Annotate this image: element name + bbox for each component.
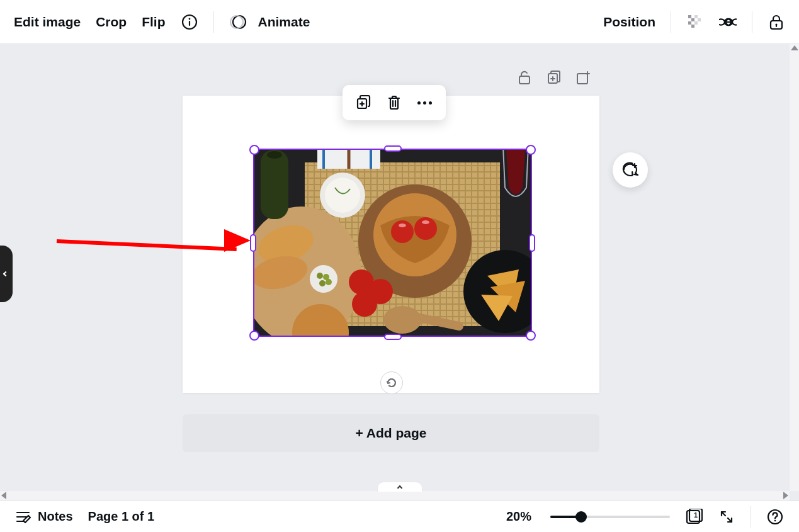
zoom-value[interactable]: 20% [506, 509, 531, 524]
link-icon[interactable] [719, 13, 737, 31]
resize-handle-bottom[interactable] [384, 334, 402, 340]
svg-rect-63 [390, 98, 398, 109]
svg-point-73 [774, 519, 776, 521]
comment-button[interactable] [613, 152, 648, 188]
canvas-area: + Add page [0, 44, 799, 501]
new-page-icon[interactable] [575, 69, 591, 86]
svg-rect-58 [261, 150, 288, 219]
zoom-slider-knob[interactable] [575, 511, 587, 523]
sidebar-expand-tab[interactable] [0, 246, 13, 302]
separator [213, 11, 214, 33]
resize-handle-right[interactable] [529, 234, 535, 252]
more-icon[interactable] [416, 94, 433, 111]
svg-rect-9 [694, 21, 698, 25]
duplicate-icon[interactable] [355, 94, 373, 111]
chevron-left-icon [3, 271, 8, 276]
edit-image-button[interactable]: Edit image [14, 14, 81, 30]
animate-icon[interactable] [229, 13, 247, 31]
grid-view-icon[interactable]: 1 [685, 508, 703, 526]
svg-point-38 [422, 220, 429, 224]
svg-point-1 [188, 18, 190, 20]
selected-image[interactable] [254, 150, 531, 336]
svg-point-59 [267, 151, 282, 159]
page-actions [517, 69, 591, 86]
top-toolbar: Edit image Crop Flip Animate Position [0, 0, 799, 44]
crop-button[interactable]: Crop [96, 14, 127, 30]
info-icon[interactable] [181, 13, 198, 31]
svg-point-43 [325, 178, 360, 213]
zoom-slider[interactable] [550, 516, 670, 518]
svg-point-47 [319, 280, 326, 286]
rotate-handle[interactable] [380, 371, 403, 394]
lock-icon[interactable] [768, 13, 785, 31]
separator [752, 11, 752, 33]
pages-panel-expand[interactable] [377, 482, 422, 492]
fullscreen-icon[interactable] [718, 508, 735, 526]
food-image-content [254, 150, 531, 336]
duplicate-page-icon[interactable] [546, 69, 562, 86]
footer-bar: Notes Page 1 of 1 20% 1 [0, 501, 799, 532]
svg-text:1: 1 [694, 511, 698, 519]
context-toolbar [343, 85, 446, 120]
svg-point-48 [326, 279, 332, 285]
svg-rect-5 [694, 15, 698, 18]
resize-handle-bottom-right[interactable] [526, 331, 536, 341]
svg-rect-10 [691, 25, 694, 28]
svg-rect-8 [688, 21, 691, 25]
rotate-icon [385, 376, 398, 389]
flip-button[interactable]: Flip [142, 14, 165, 30]
svg-point-41 [352, 291, 377, 317]
resize-handle-top-right[interactable] [526, 145, 536, 155]
separator [751, 506, 751, 528]
svg-rect-6 [691, 18, 694, 21]
svg-point-36 [399, 224, 406, 227]
add-page-button[interactable]: + Add page [183, 414, 599, 452]
chevron-up-icon [397, 485, 402, 490]
svg-rect-19 [577, 74, 587, 84]
vertical-scrollbar[interactable] [790, 44, 799, 501]
horizontal-scrollbar[interactable] [0, 491, 790, 501]
separator [671, 11, 671, 33]
notes-button[interactable]: Notes [15, 509, 73, 524]
page-indicator[interactable]: Page 1 of 1 [88, 509, 155, 524]
position-button[interactable]: Position [603, 14, 655, 30]
scroll-corner [790, 491, 799, 501]
svg-point-45 [317, 273, 323, 279]
svg-rect-7 [698, 18, 701, 21]
selection-box[interactable] [253, 149, 532, 337]
transparency-icon[interactable] [686, 13, 704, 31]
svg-rect-4 [688, 15, 691, 18]
resize-handle-top-left[interactable] [249, 145, 259, 155]
annotation-arrow-head [224, 229, 251, 252]
resize-handle-top[interactable] [384, 145, 402, 152]
resize-handle-left[interactable] [250, 234, 256, 252]
unlock-page-icon[interactable] [517, 69, 533, 86]
notes-icon [15, 510, 31, 524]
comment-plus-icon [621, 161, 640, 179]
help-icon[interactable] [766, 508, 784, 526]
animate-button[interactable]: Animate [258, 14, 310, 30]
notes-label: Notes [38, 509, 73, 524]
resize-handle-bottom-left[interactable] [249, 331, 259, 341]
svg-rect-15 [519, 76, 530, 84]
trash-icon[interactable] [385, 94, 403, 111]
